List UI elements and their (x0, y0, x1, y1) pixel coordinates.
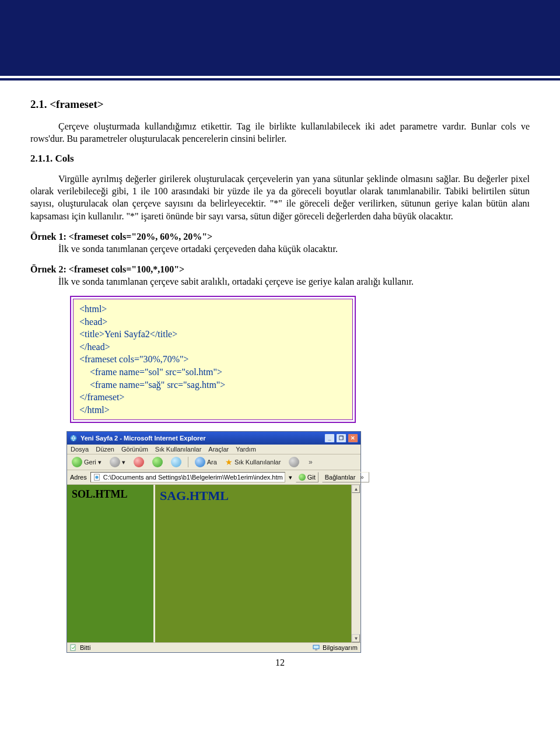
go-label: Git (307, 474, 316, 481)
example-1-label: Örnek 1: (30, 232, 66, 242)
close-button[interactable]: ✕ (348, 433, 358, 443)
subsection-number: 2.1.1. (30, 153, 52, 164)
example-2-label: Örnek 2: (30, 264, 66, 274)
subsection-body: Virgülle ayrılmış değerler girilerek olu… (30, 173, 530, 222)
menu-favorites[interactable]: Sık Kullanılanlar (155, 446, 202, 453)
back-label: Geri (84, 459, 96, 466)
page-icon (93, 473, 101, 481)
favorites-label: Sık Kullanılanlar (235, 459, 281, 466)
address-label: Adres (70, 474, 87, 481)
section-title: <frameset> (50, 98, 103, 110)
toolbar-overflow-icon[interactable]: » (306, 458, 315, 466)
example-2-code: <frameset cols="100,*,100"> (69, 264, 184, 274)
history-button[interactable] (287, 456, 301, 468)
refresh-button[interactable] (150, 456, 164, 468)
history-icon (289, 457, 299, 467)
example-1-code: <frameset cols="20%, 60%, 20%"> (69, 232, 212, 242)
svg-rect-3 (71, 645, 75, 650)
search-label: Ara (207, 459, 217, 466)
address-value: C:\Documents and Settings\b1\Belgelerim\… (103, 474, 283, 481)
links-overflow-icon: » (357, 473, 366, 481)
menu-edit[interactable]: Düzen (96, 446, 114, 453)
frame-left-label: SOL.HTML (72, 488, 128, 500)
example-2-desc-prefix: İlk ve sonda tanımlanan çerçeve sabit ar… (58, 277, 380, 286)
dropdown-icon: ▾ (122, 459, 125, 466)
browser-statusbar: Bitti Bilgisayarım (67, 642, 360, 652)
address-input[interactable]: C:\Documents and Settings\b1\Belgelerim\… (90, 472, 285, 482)
status-zone: Bilgisayarım (323, 644, 358, 651)
example-2: Örnek 2: <frameset cols="100,*,100"> İlk… (30, 263, 530, 288)
star-icon: ★ (225, 457, 233, 467)
menu-view[interactable]: Görünüm (121, 446, 148, 453)
code-line: <title>Yeni Sayfa2</title> (79, 329, 177, 339)
browser-window: Yeni Sayfa 2 - Microsoft Internet Explor… (66, 431, 361, 653)
menu-help[interactable]: Yardım (236, 446, 256, 453)
back-button[interactable]: Geri ▾ (70, 456, 103, 468)
forward-button[interactable]: ▾ (108, 456, 127, 468)
browser-menubar: Dosya Düzen Görünüm Sık Kullanılanlar Ar… (67, 445, 360, 454)
menu-file[interactable]: Dosya (71, 446, 89, 453)
status-done-icon (70, 644, 77, 651)
maximize-button[interactable]: ❐ (336, 433, 346, 443)
scroll-down-icon[interactable]: ▼ (352, 634, 360, 642)
subsection-heading: 2.1.1. Cols (30, 153, 530, 165)
code-line: </frameset> (79, 392, 125, 402)
section-heading: 2.1. <frameset> (30, 98, 530, 111)
page-number: 12 (30, 657, 530, 668)
example-1: Örnek 1: <frameset cols="20%, 60%, 20%">… (30, 230, 530, 255)
home-icon (171, 457, 181, 467)
address-bar: Adres C:\Documents and Settings\b1\Belge… (67, 470, 360, 485)
scrollbar-vertical[interactable]: ▲ ▼ (351, 485, 360, 642)
minimize-button[interactable]: _ (324, 433, 335, 443)
frame-right-label: SAG.HTML (160, 488, 229, 503)
section-number: 2.1. (30, 98, 47, 110)
browser-viewport: SOL.HTML SAG.HTML ▲ ▼ (67, 485, 360, 642)
ie-icon (69, 434, 78, 442)
section-intro: Çerçeve oluşturmada kullandığımız etiket… (30, 120, 530, 145)
code-line: <head> (79, 317, 107, 327)
back-icon (72, 457, 82, 467)
home-button[interactable] (169, 456, 183, 468)
code-line: <frame name="sağ" src="sag.htm"> (90, 379, 346, 391)
address-dropdown-icon[interactable]: ▾ (289, 474, 292, 481)
frame-left: SOL.HTML (67, 485, 155, 642)
forward-icon (110, 457, 120, 467)
frame-right: SAG.HTML ▲ ▼ (155, 485, 360, 642)
links-label: Bağlantılar (325, 474, 356, 481)
svg-rect-5 (315, 649, 317, 650)
code-line: <frameset cols="30%,70%"> (79, 354, 189, 364)
example-2-desc-trail: kullanır. (383, 277, 414, 286)
links-button[interactable]: Bağlantılar » (322, 472, 370, 482)
code-sample-box: <html> <head> <title>Yeni Sayfa2</title>… (70, 296, 356, 423)
window-controls: _ ❐ ✕ (324, 433, 358, 443)
go-button[interactable]: Git (296, 472, 318, 482)
stop-button[interactable] (132, 456, 146, 468)
computer-icon (313, 644, 320, 651)
code-line: <frame name="sol" src="sol.htm"> (90, 366, 346, 379)
browser-titlebar[interactable]: Yeni Sayfa 2 - Microsoft Internet Explor… (67, 432, 360, 445)
status-text: Bitti (80, 644, 90, 651)
code-line: <html> (79, 304, 107, 314)
subsection-title: Cols (55, 153, 74, 164)
document-body: 2.1. <frameset> Çerçeve oluşturmada kull… (0, 81, 560, 674)
dropdown-icon: ▾ (98, 459, 102, 466)
svg-point-2 (95, 476, 98, 479)
stop-icon (134, 457, 144, 467)
toolbar-separator (188, 457, 188, 467)
svg-rect-4 (313, 645, 319, 649)
code-line: </html> (79, 405, 110, 415)
code-line: </head> (79, 342, 110, 352)
scroll-up-icon[interactable]: ▲ (352, 485, 360, 493)
search-icon (195, 457, 205, 467)
menu-tools[interactable]: Araçlar (208, 446, 229, 453)
code-sample: <html> <head> <title>Yeni Sayfa2</title>… (73, 299, 353, 420)
go-icon (299, 474, 306, 481)
browser-toolbar: Geri ▾ ▾ Ara ★ Sık Kullanılanlar » (67, 454, 360, 470)
favorites-button[interactable]: ★ Sık Kullanılanlar (223, 457, 283, 467)
browser-title: Yeni Sayfa 2 - Microsoft Internet Explor… (80, 435, 206, 442)
refresh-icon (152, 457, 163, 467)
header-band (0, 0, 560, 76)
example-1-desc: İlk ve sonda tanımlanan çerçeve ortadaki… (58, 244, 338, 254)
search-button[interactable]: Ara (193, 456, 219, 468)
